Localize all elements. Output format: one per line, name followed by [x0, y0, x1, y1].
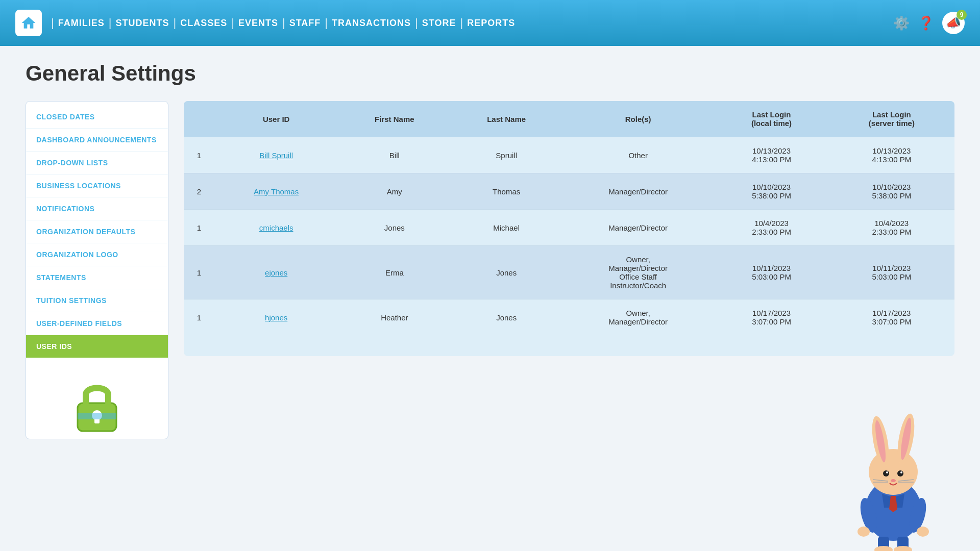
- first-name-cell: Bill: [338, 137, 451, 173]
- svg-point-11: [897, 470, 903, 477]
- svg-point-4: [865, 480, 921, 541]
- svg-point-22: [917, 527, 929, 537]
- sidebar-item-user-ids[interactable]: USER IDS: [26, 335, 168, 358]
- row-number: 1: [184, 210, 214, 246]
- local-login-cell: 10/11/2023 5:03:00 PM: [714, 246, 828, 299]
- svg-point-20: [906, 496, 929, 535]
- col-header-lastname: Last Name: [451, 101, 562, 137]
- svg-point-10: [883, 470, 889, 477]
- lock-icon: [71, 379, 122, 435]
- sidebar-item-user-defined-fields[interactable]: USER-DEFINED FIELDS: [26, 312, 168, 335]
- svg-line-17: [898, 480, 914, 481]
- user-id-cell[interactable]: ejones: [214, 246, 338, 299]
- table-row: 2Amy ThomasAmyThomasManager/Director10/1…: [184, 173, 954, 210]
- row-number: 2: [184, 173, 214, 210]
- table-row: 1ejonesErmaJonesOwner, Manager/Director …: [184, 246, 954, 299]
- local-login-cell: 10/17/2023 3:07:00 PM: [714, 299, 828, 336]
- svg-rect-23: [878, 537, 889, 551]
- nav-families[interactable]: FAMILIES: [58, 18, 105, 29]
- col-header-num: [184, 101, 214, 137]
- first-name-cell: Heather: [338, 299, 451, 336]
- svg-point-14: [891, 479, 896, 482]
- sidebar-item-dashboard-announcements[interactable]: DASHBOARD ANNOUNCEMENTS: [26, 129, 168, 152]
- user-id-cell[interactable]: Bill Spruill: [214, 137, 338, 173]
- roles-cell: Other: [562, 137, 714, 173]
- row-number: 1: [184, 137, 214, 173]
- main-content: General Settings CLOSED DATES DASHBOARD …: [0, 46, 980, 455]
- row-number: 1: [184, 246, 214, 299]
- row-number: 1: [184, 299, 214, 336]
- sidebar-item-tuition-settings[interactable]: TUITION SETTINGS: [26, 289, 168, 312]
- nav-sep-7: |: [415, 16, 418, 30]
- nav-classes[interactable]: CLASSES: [180, 18, 227, 29]
- user-id-link[interactable]: cmichaels: [259, 223, 293, 232]
- nav-sep-8: |: [460, 16, 463, 30]
- sidebar-item-business-locations[interactable]: BUSINESS LOCATIONS: [26, 174, 168, 197]
- user-id-cell[interactable]: hjones: [214, 299, 338, 336]
- server-login-cell: 10/4/2023 2:33:00 PM: [829, 210, 954, 246]
- col-header-server-login: Last Login(server time): [829, 101, 954, 137]
- svg-point-19: [857, 496, 880, 535]
- navbar-right: ⚙️ ❓ 📣 9: [893, 12, 965, 34]
- nav-reports[interactable]: REPORTS: [467, 18, 515, 29]
- roles-cell: Owner, Manager/Director Office Staff Ins…: [562, 246, 714, 299]
- sidebar-item-organization-defaults[interactable]: ORGANIZATION DEFAULTS: [26, 220, 168, 243]
- user-ids-table-wrapper: User ID First Name Last Name Role(s) Las…: [184, 101, 954, 356]
- user-id-link[interactable]: hjones: [265, 313, 287, 322]
- user-id-cell[interactable]: cmichaels: [214, 210, 338, 246]
- local-login-cell: 10/10/2023 5:38:00 PM: [714, 173, 828, 210]
- user-id-link[interactable]: Bill Spruill: [259, 151, 293, 160]
- col-header-roles: Role(s): [562, 101, 714, 137]
- server-login-cell: 10/10/2023 5:38:00 PM: [829, 173, 954, 210]
- last-name-cell: Thomas: [451, 173, 562, 210]
- svg-point-25: [874, 546, 893, 551]
- svg-rect-3: [78, 413, 116, 419]
- svg-rect-24: [897, 537, 909, 551]
- nav-sep-2: |: [109, 16, 112, 30]
- last-name-cell: Jones: [451, 299, 562, 336]
- last-name-cell: Jones: [451, 246, 562, 299]
- page-title: General Settings: [26, 61, 954, 86]
- roles-cell: Manager/Director: [562, 210, 714, 246]
- sidebar-item-statements[interactable]: STATEMENTS: [26, 266, 168, 289]
- nav-sep-6: |: [325, 16, 328, 30]
- nav-staff[interactable]: STAFF: [289, 18, 321, 29]
- roles-cell: Manager/Director: [562, 173, 714, 210]
- svg-point-5: [869, 449, 918, 495]
- last-name-cell: Michael: [451, 210, 562, 246]
- user-id-link[interactable]: Amy Thomas: [254, 187, 299, 196]
- server-login-cell: 10/13/2023 4:13:00 PM: [829, 137, 954, 173]
- nav-sep-4: |: [231, 16, 234, 30]
- svg-point-12: [886, 471, 888, 473]
- nav-sep-3: |: [173, 16, 176, 30]
- nav-students[interactable]: STUDENTS: [115, 18, 169, 29]
- user-id-cell[interactable]: Amy Thomas: [214, 173, 338, 210]
- local-login-cell: 10/13/2023 4:13:00 PM: [714, 137, 828, 173]
- sidebar: CLOSED DATES DASHBOARD ANNOUNCEMENTS DRO…: [26, 101, 168, 439]
- nav-store[interactable]: STORE: [422, 18, 456, 29]
- server-login-cell: 10/11/2023 5:03:00 PM: [829, 246, 954, 299]
- table-row: 1cmichaelsJonesMichaelManager/Director10…: [184, 210, 954, 246]
- svg-line-15: [873, 480, 888, 481]
- local-login-cell: 10/4/2023 2:33:00 PM: [714, 210, 828, 246]
- col-header-firstname: First Name: [338, 101, 451, 137]
- user-id-link[interactable]: ejones: [265, 268, 287, 277]
- col-header-userid: User ID: [214, 101, 338, 137]
- nav-transactions[interactable]: TRANSACTIONS: [332, 18, 411, 29]
- nav-sep-5: |: [282, 16, 285, 30]
- settings-icon[interactable]: ⚙️: [893, 15, 910, 31]
- notification-button[interactable]: 📣 9: [942, 12, 965, 34]
- navbar: | FAMILIES | STUDENTS | CLASSES | EVENTS…: [0, 0, 980, 46]
- table-row: 1hjonesHeatherJonesOwner, Manager/Direct…: [184, 299, 954, 336]
- nav-events[interactable]: EVENTS: [238, 18, 278, 29]
- roles-cell: Owner, Manager/Director: [562, 299, 714, 336]
- sidebar-item-dropdown-lists[interactable]: DROP-DOWN LISTS: [26, 152, 168, 174]
- svg-point-13: [900, 471, 902, 473]
- help-icon[interactable]: ❓: [918, 15, 934, 31]
- sidebar-item-notifications[interactable]: NOTIFICATIONS: [26, 197, 168, 220]
- lock-area: [26, 379, 168, 435]
- sidebar-item-organization-logo[interactable]: ORGANIZATION LOGO: [26, 243, 168, 266]
- home-button[interactable]: [15, 10, 42, 36]
- sidebar-item-closed-dates[interactable]: CLOSED DATES: [26, 106, 168, 129]
- first-name-cell: Amy: [338, 173, 451, 210]
